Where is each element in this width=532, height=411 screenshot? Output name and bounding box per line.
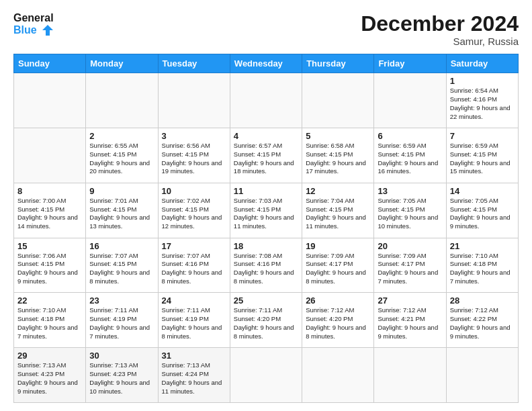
calendar-cell: 29Sunrise: 7:13 AMSunset: 4:23 PMDayligh…: [14, 348, 86, 403]
calendar-cell: 12Sunrise: 7:04 AMSunset: 4:15 PMDayligh…: [302, 183, 374, 238]
calendar-cell: [14, 128, 86, 183]
calendar-cell: 17Sunrise: 7:07 AMSunset: 4:16 PMDayligh…: [158, 238, 230, 293]
calendar-cell: 10Sunrise: 7:02 AMSunset: 4:15 PMDayligh…: [158, 183, 230, 238]
logo: General Blue: [13, 12, 54, 36]
calendar-cell: 24Sunrise: 7:11 AMSunset: 4:19 PMDayligh…: [158, 293, 230, 348]
calendar-cell: 13Sunrise: 7:05 AMSunset: 4:15 PMDayligh…: [374, 183, 446, 238]
calendar-cell: 7Sunrise: 6:59 AMSunset: 4:15 PMDaylight…: [446, 128, 518, 183]
empty-cell: [302, 73, 374, 128]
calendar-cell: 15Sunrise: 7:06 AMSunset: 4:15 PMDayligh…: [14, 238, 86, 293]
day-header: Saturday: [446, 54, 518, 73]
calendar-cell: 19Sunrise: 7:09 AMSunset: 4:17 PMDayligh…: [302, 238, 374, 293]
empty-cell: [230, 73, 302, 128]
calendar-cell: 6Sunrise: 6:59 AMSunset: 4:15 PMDaylight…: [374, 128, 446, 183]
calendar-cell: 2Sunrise: 6:55 AMSunset: 4:15 PMDaylight…: [86, 128, 158, 183]
calendar-cell: 27Sunrise: 7:12 AMSunset: 4:21 PMDayligh…: [374, 293, 446, 348]
calendar-cell: [446, 348, 518, 403]
day-header: Wednesday: [230, 54, 302, 73]
calendar-cell: 20Sunrise: 7:09 AMSunset: 4:17 PMDayligh…: [374, 238, 446, 293]
location: Samur, Russia: [361, 36, 519, 47]
calendar-cell: 26Sunrise: 7:12 AMSunset: 4:20 PMDayligh…: [302, 293, 374, 348]
page-header: General Blue December 2024 Samur, Russia: [13, 12, 519, 47]
empty-cell: [86, 73, 158, 128]
calendar-table: SundayMondayTuesdayWednesdayThursdayFrid…: [13, 54, 519, 403]
day-header: Monday: [86, 54, 158, 73]
empty-cell: [158, 73, 230, 128]
month-title: December 2024: [361, 12, 519, 36]
calendar-cell: 3Sunrise: 6:56 AMSunset: 4:15 PMDaylight…: [158, 128, 230, 183]
calendar-cell: 25Sunrise: 7:11 AMSunset: 4:20 PMDayligh…: [230, 293, 302, 348]
title-block: December 2024 Samur, Russia: [361, 12, 519, 47]
calendar-cell: 9Sunrise: 7:01 AMSunset: 4:15 PMDaylight…: [86, 183, 158, 238]
svg-marker-0: [42, 25, 53, 36]
calendar-cell: 16Sunrise: 7:07 AMSunset: 4:15 PMDayligh…: [86, 238, 158, 293]
calendar-cell: 18Sunrise: 7:08 AMSunset: 4:16 PMDayligh…: [230, 238, 302, 293]
calendar-cell: 31Sunrise: 7:13 AMSunset: 4:24 PMDayligh…: [158, 348, 230, 403]
empty-cell: [14, 73, 86, 128]
calendar-cell: 1Sunrise: 6:54 AMSunset: 4:16 PMDaylight…: [446, 73, 518, 128]
calendar-cell: 30Sunrise: 7:13 AMSunset: 4:23 PMDayligh…: [86, 348, 158, 403]
calendar-cell: [230, 348, 302, 403]
calendar-cell: [302, 348, 374, 403]
calendar-cell: 21Sunrise: 7:10 AMSunset: 4:18 PMDayligh…: [446, 238, 518, 293]
day-header: Friday: [374, 54, 446, 73]
calendar-cell: 22Sunrise: 7:10 AMSunset: 4:18 PMDayligh…: [14, 293, 86, 348]
calendar-cell: 28Sunrise: 7:12 AMSunset: 4:22 PMDayligh…: [446, 293, 518, 348]
calendar-cell: 8Sunrise: 7:00 AMSunset: 4:15 PMDaylight…: [14, 183, 86, 238]
empty-cell: [374, 73, 446, 128]
calendar-cell: 23Sunrise: 7:11 AMSunset: 4:19 PMDayligh…: [86, 293, 158, 348]
calendar-cell: 5Sunrise: 6:58 AMSunset: 4:15 PMDaylight…: [302, 128, 374, 183]
calendar-cell: 11Sunrise: 7:03 AMSunset: 4:15 PMDayligh…: [230, 183, 302, 238]
calendar-cell: 4Sunrise: 6:57 AMSunset: 4:15 PMDaylight…: [230, 128, 302, 183]
calendar-cell: 14Sunrise: 7:05 AMSunset: 4:15 PMDayligh…: [446, 183, 518, 238]
calendar-cell: [374, 348, 446, 403]
day-header: Tuesday: [158, 54, 230, 73]
day-header: Sunday: [14, 54, 86, 73]
day-header: Thursday: [302, 54, 374, 73]
